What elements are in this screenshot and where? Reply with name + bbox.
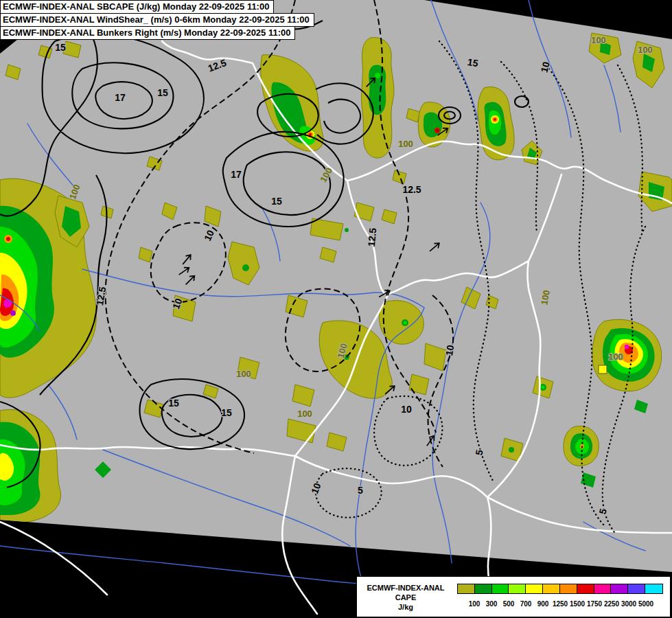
model-domain-land [0,0,672,572]
legend-color-cell [458,584,475,593]
weather-map-svg: 1512.515171510171512.512.512.51010101051… [0,0,672,618]
legend-title-model: ECMWF-INDEX-ANAL [362,583,449,593]
legend-tick: 1500 [570,600,585,608]
contour-label-shear: 15 [168,398,179,409]
map-title-box: ECMWF-INDEX-ANAL SBCAPE (J/kg) Monday 22… [0,0,314,40]
contour-label-cape: 100 [236,369,251,379]
cape-yellow-box [599,365,607,374]
contour-label-shear: 17 [115,92,126,103]
legend-tick: 900 [537,600,549,608]
legend-title: ECMWF-INDEX-ANAL CAPE J/kg [362,583,449,613]
legend-title-units: J/kg [362,602,449,612]
title-line-bunkers: ECMWF-INDEX-ANAL Bunkers Right (m/s) Mon… [0,26,295,40]
contour-label-shear: 10 [401,404,412,415]
legend-tick-labels: 100300500700900125015001750225030005000 [457,600,663,610]
cape-magenta-core [625,345,629,349]
legend-tick: 3000 [621,600,636,608]
title-line-windshear: ECMWF-INDEX-ANAL WindShear_ (m/s) 0-6km … [0,13,314,27]
contour-label-shear: 12.5 [366,227,378,247]
contour-label-shear: 15 [55,42,66,53]
legend-tick: 2250 [604,600,619,608]
cape-red-core [6,237,10,241]
legend-scale: 100300500700900125015001750225030005000 [457,581,663,614]
contour-label-shear: 15 [221,407,232,418]
cape-red-core [494,118,496,121]
cape-green-dot [345,228,349,232]
cape-bright-green-dot [542,386,545,389]
cape-purple-core [10,310,16,316]
cape-green-dot [509,447,514,453]
cape-green [369,65,386,115]
legend-tick: 1750 [587,600,602,608]
contour-label-cape: 100 [638,45,653,55]
cape-green-dot [242,264,249,271]
contour-label-shear: 10 [443,344,456,356]
legend: ECMWF-INDEX-ANAL CAPE J/kg 1003005007009… [356,576,671,617]
legend-color-cell [611,584,628,593]
legend-color-cell [492,584,509,593]
legend-color-cell [543,584,560,593]
contour-label-cape: 100 [297,409,312,419]
legend-color-cell [475,584,492,593]
legend-color-strip [457,584,663,594]
legend-tick: 300 [486,600,498,608]
legend-color-cell [509,584,526,593]
cape-darkred-core [436,129,439,132]
legend-color-cell [526,584,543,593]
legend-tick: 100 [469,600,480,608]
legend-color-cell [560,584,577,593]
legend-tick: 5000 [638,600,653,608]
legend-color-cell [594,584,612,593]
contour-label-shear: 17 [231,169,242,180]
contour-label-shear: 12.5 [402,184,421,195]
contour-label-shear: 5 [358,485,363,496]
contour-label-cape: 100 [398,139,413,149]
legend-title-param: CAPE [362,593,449,602]
contour-label-cape: 100 [608,352,623,362]
legend-tick: 700 [520,600,532,608]
contour-label-cape: 100 [591,35,606,45]
contour-label-shear: 15 [467,56,479,69]
legend-tick: 1250 [553,600,568,608]
legend-color-cell [645,584,662,593]
legend-color-cell [577,584,594,593]
legend-tick: 500 [503,600,515,608]
contour-label-shear: 15 [157,87,168,98]
contour-label-shear: 15 [271,196,282,207]
title-line-sbcape: ECMWF-INDEX-ANAL SBCAPE (J/kg) Monday 22… [0,0,274,14]
cape-bright-green-dot [404,321,407,325]
legend-color-cell [628,584,645,593]
weather-map-root: 1512.515171510171512.512.512.51010101051… [0,0,672,618]
